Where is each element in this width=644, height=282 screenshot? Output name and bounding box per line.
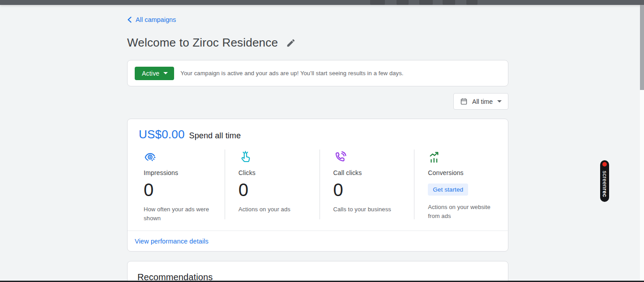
browser-tab-remnant: [466, 0, 478, 5]
metric-label: Conversions: [428, 169, 502, 176]
recommendations-card: Recommendations: [127, 261, 508, 282]
chevron-down-icon: [163, 72, 168, 74]
record-dot-icon: [602, 162, 607, 167]
metric-description: Actions on your ads: [239, 205, 311, 214]
metric-description: Calls to your business: [333, 205, 406, 214]
metric-description: How often your ads were shown: [144, 205, 216, 222]
metric-call-clicks: Call clicks 0 Calls to your business: [320, 150, 414, 219]
metrics-row: Impressions 0 How often your ads were sh…: [128, 150, 509, 219]
metric-value: 0: [239, 181, 312, 199]
eye-icon: [144, 150, 218, 164]
metric-description: Actions on your website from ads: [428, 203, 500, 220]
metric-clicks: Clicks 0 Actions on your ads: [225, 150, 320, 219]
status-button-label: Active: [142, 70, 159, 77]
chevron-down-icon: [497, 100, 502, 103]
date-range-label: All time: [472, 98, 493, 105]
status-message: Your campaign is active and your ads are…: [180, 70, 403, 77]
spend-value: US$0.00: [139, 128, 185, 141]
breadcrumb-all-campaigns[interactable]: All campaigns: [127, 16, 176, 23]
scrollbar-thumb[interactable]: [640, 5, 644, 90]
phone-call-icon: [333, 150, 407, 164]
browser-tab-remnant: [443, 0, 455, 5]
browser-tab-remnant: [397, 0, 409, 5]
edit-campaign-name-button[interactable]: [285, 37, 297, 49]
metric-conversions: Conversions Get started Actions on your …: [414, 150, 509, 219]
metric-value: 0: [333, 181, 407, 199]
browser-tab-remnant: [419, 0, 433, 5]
date-range-selector[interactable]: All time: [453, 93, 508, 110]
metric-label: Call clicks: [333, 169, 407, 176]
page-title: Welcome to Ziroc Residence: [127, 36, 278, 50]
metric-label: Impressions: [144, 169, 218, 176]
breadcrumb-label: All campaigns: [136, 16, 176, 23]
google-ads-overview-screen: All campaigns Welcome to Ziroc Residence…: [0, 0, 644, 282]
metric-value: 0: [144, 181, 218, 199]
calendar-icon: [460, 98, 468, 105]
click-hand-icon: [239, 150, 312, 164]
scrollbar-track[interactable]: [640, 5, 644, 281]
pencil-icon: [286, 38, 296, 48]
browser-tab-remnant: [370, 0, 385, 5]
campaign-status-card: Active Your campaign is active and your …: [127, 60, 508, 86]
screenrec-watermark: screenrec: [600, 160, 609, 202]
spend-label: Spend all time: [189, 131, 241, 141]
view-performance-details-link[interactable]: View performance details: [135, 238, 209, 245]
chevron-left-icon: [127, 17, 132, 23]
get-started-chip[interactable]: Get started: [428, 184, 468, 196]
performance-summary-card: US$0.00 Spend all time: [127, 119, 508, 252]
screenrec-logo-text: screenrec: [601, 171, 608, 197]
browser-top-edge: [0, 0, 644, 5]
metric-impressions: Impressions 0 How often your ads were sh…: [128, 150, 225, 219]
chart-growth-icon: [428, 150, 502, 164]
campaign-status-button[interactable]: Active: [135, 67, 174, 80]
metric-label: Clicks: [239, 169, 312, 176]
